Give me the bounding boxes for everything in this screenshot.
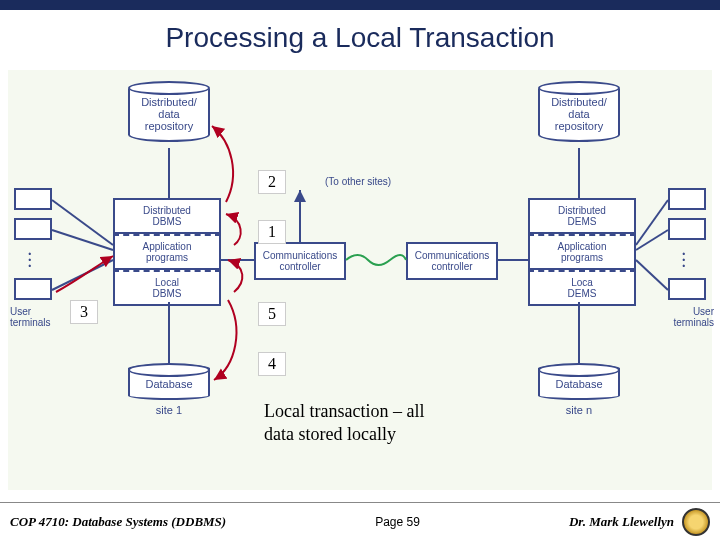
terminals-label: User terminals (664, 306, 714, 328)
site-label: site 1 (128, 404, 210, 416)
step-number-5: 5 (258, 302, 286, 326)
cylinder-database-left: Database site 1 (128, 364, 210, 416)
svg-line-8 (636, 230, 668, 250)
step-number-3: 3 (70, 300, 98, 324)
stack-right: Distributed DEMS Application programs Lo… (528, 198, 636, 306)
terminal-box (668, 218, 706, 240)
step-number-4: 4 (258, 352, 286, 376)
stack-row-local: Local DBMS (113, 270, 221, 306)
footer: COP 4710: Database Systems (DDBMS) Page … (0, 502, 720, 540)
svg-line-5 (52, 230, 113, 250)
footer-author: Dr. Mark Llewellyn (569, 514, 674, 530)
stack-row-apps: Application programs (528, 234, 636, 270)
svg-line-7 (636, 200, 668, 245)
cylinder-distributed-repo-left: Distributed/ data repository (128, 82, 210, 142)
step-number-1: 1 (258, 220, 286, 244)
comm-controller-left: Communications controller (254, 242, 346, 280)
vertical-dots-icon: ··· (682, 252, 686, 270)
cylinder-distributed-repo-right: Distributed/ data repository (538, 82, 620, 142)
terminal-box (14, 278, 52, 300)
stack-row-dbms: Distributed DBMS (113, 198, 221, 234)
title-bar (0, 0, 720, 10)
cylinder-database-right: Database site n (538, 364, 620, 416)
terminal-box (668, 188, 706, 210)
caption-text: Local transaction – all data stored loca… (264, 400, 424, 445)
terminal-box (14, 218, 52, 240)
slide-title: Processing a Local Transaction (0, 10, 720, 62)
to-other-sites-label: (To other sites) (325, 176, 391, 187)
stack-row-dbms: Distributed DEMS (528, 198, 636, 234)
svg-line-9 (636, 260, 668, 290)
site-label: site n (538, 404, 620, 416)
stack-row-apps: Application programs (113, 234, 221, 270)
terminal-box (668, 278, 706, 300)
svg-line-6 (52, 260, 113, 290)
stack-row-local: Loca DEMS (528, 270, 636, 306)
ucf-logo-icon (682, 508, 710, 536)
footer-course: COP 4710: Database Systems (DDBMS) (10, 514, 226, 530)
terminals-label: User terminals (10, 306, 60, 328)
diagram: ··· User terminals ··· User terminals Di… (8, 70, 712, 490)
vertical-dots-icon: ··· (28, 252, 32, 270)
comm-controller-right: Communications controller (406, 242, 498, 280)
footer-page: Page 59 (226, 515, 569, 529)
stack-left: Distributed DBMS Application programs Lo… (113, 198, 221, 306)
svg-line-4 (52, 200, 113, 245)
terminal-box (14, 188, 52, 210)
step-number-2: 2 (258, 170, 286, 194)
